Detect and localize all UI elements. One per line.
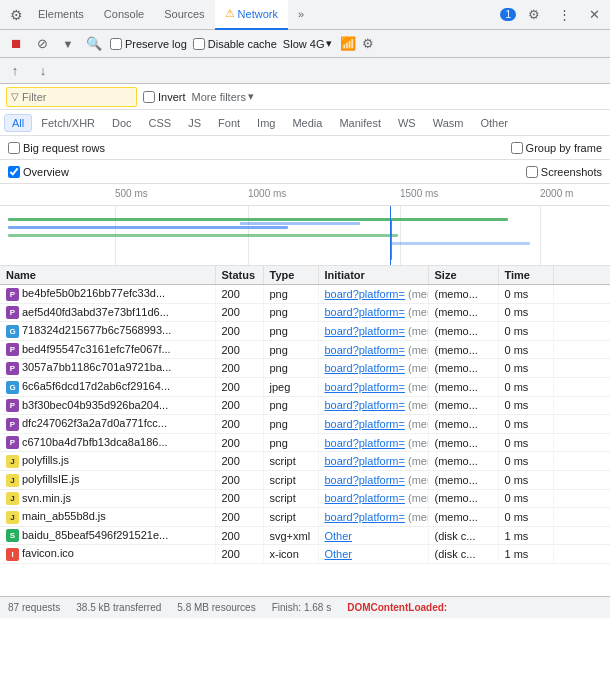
tab-network[interactable]: ⚠ Network [215,0,288,30]
initiator-link[interactable]: board?platform= [325,474,405,486]
table-row[interactable]: G6c6a5f6dcd17d2ab6cf29164... 200 jpeg bo… [0,377,610,396]
col-header-type[interactable]: Type [263,266,318,285]
file-type-icon: P [6,436,19,449]
initiator-link[interactable]: board?platform= [325,437,405,449]
overview-checkbox[interactable] [8,166,20,178]
filter-img[interactable]: Img [249,114,283,132]
filter-input[interactable] [22,91,132,103]
network-settings-icon[interactable]: ⚙ [362,36,374,51]
table-row[interactable]: Pb3f30bec04b935d926ba204... 200 png boar… [0,396,610,415]
table-row[interactable]: Ifavicon.ico 200 x-icon Other (disk c...… [0,545,610,564]
table-row[interactable]: Pdfc247062f3a2a7d0a771fcc... 200 png boa… [0,415,610,434]
cell-status: 200 [215,377,263,396]
cell-initiator: board?platform= (memo... [318,433,428,452]
search-button[interactable]: 🔍 [84,34,104,54]
group-by-frame-label[interactable]: Group by frame [511,142,602,154]
upload-button[interactable]: ↑ [6,62,24,80]
col-header-status[interactable]: Status [215,266,263,285]
initiator-link[interactable]: board?platform= [325,455,405,467]
table-row[interactable]: Jpolyfills.js 200 script board?platform=… [0,452,610,471]
group-by-frame-checkbox[interactable] [511,142,523,154]
throttle-select[interactable]: Slow 4G ▾ [283,37,333,50]
initiator-link[interactable]: board?platform= [325,288,405,300]
filter-wasm[interactable]: Wasm [425,114,472,132]
tab-console[interactable]: Console [94,0,154,30]
more-filters-button[interactable]: More filters ▾ [192,90,254,103]
initiator-link[interactable]: board?platform= [325,344,405,356]
cell-initiator: board?platform= (memo... [318,489,428,508]
screenshots-checkbox[interactable] [526,166,538,178]
initiator-link[interactable]: board?platform= [325,418,405,430]
tab-elements[interactable]: Elements [28,0,94,30]
cell-status: 200 [215,508,263,527]
initiator-link[interactable]: board?platform= [325,362,405,374]
initiator-link[interactable]: board?platform= [325,492,405,504]
table-row[interactable]: Jmain_ab55b8d.js 200 script board?platfo… [0,508,610,527]
filter-fetch-xhr[interactable]: Fetch/XHR [33,114,103,132]
cell-waterfall [553,396,610,415]
initiator-link[interactable]: board?platform= [325,511,405,523]
table-row[interactable]: Paef5d40fd3abd37e73bf11d6... 200 png boa… [0,303,610,322]
initiator-link[interactable]: board?platform= [325,381,405,393]
table-row[interactable]: Pbe4bfe5b0b216bb77efc33d... 200 png boar… [0,285,610,304]
table-row[interactable]: Sbaidu_85beaf5496f291521e... 200 svg+xml… [0,526,610,545]
file-type-icon: G [6,381,19,394]
cell-type: png [263,359,318,378]
disable-cache-label[interactable]: Disable cache [193,38,277,50]
cell-waterfall [553,452,610,471]
col-header-size[interactable]: Size [428,266,498,285]
preserve-log-checkbox[interactable] [110,38,122,50]
col-header-initiator[interactable]: Initiator [318,266,428,285]
dom-content-loaded: DOMContentLoaded: [347,602,447,613]
cell-waterfall [553,526,610,545]
initiator-link[interactable]: Other [325,548,353,560]
invert-label[interactable]: Invert [143,91,186,103]
record-button[interactable]: ⏹ [6,34,26,54]
tab-more[interactable]: » [288,0,314,30]
screenshots-label[interactable]: Screenshots [526,166,602,178]
filter-manifest[interactable]: Manifest [331,114,389,132]
file-type-icon: P [6,418,19,431]
cell-size: (memo... [428,433,498,452]
close-devtools-icon[interactable]: ✕ [582,3,606,27]
table-row[interactable]: G718324d215677b6c7568993... 200 png boar… [0,322,610,341]
preserve-log-label[interactable]: Preserve log [110,38,187,50]
table-row[interactable]: JpolyfillsIE.js 200 script board?platfor… [0,470,610,489]
table-row[interactable]: Pc6710ba4d7bfb13dca8a186... 200 png boar… [0,433,610,452]
big-rows-label[interactable]: Big request rows [8,142,105,154]
download-button[interactable]: ↓ [34,62,52,80]
initiator-link[interactable]: board?platform= [325,306,405,318]
devtools-icon[interactable]: ⚙ [4,3,28,27]
settings-icon[interactable]: ⚙ [522,3,546,27]
col-header-waterfall[interactable] [553,266,610,285]
invert-checkbox[interactable] [143,91,155,103]
initiator-link[interactable]: board?platform= [325,325,405,337]
cell-name: JpolyfillsIE.js [0,470,215,489]
file-type-icon: P [6,362,19,375]
filter-css[interactable]: CSS [141,114,180,132]
requests-table-container[interactable]: Name Status Type Initiator Size Time Pbe… [0,266,610,596]
filter-font[interactable]: Font [210,114,248,132]
filter-all[interactable]: All [4,114,32,132]
tab-bar-left: ⚙ Elements Console Sources ⚠ Network » [4,0,314,30]
table-row[interactable]: P3057a7bb1186c701a9721ba... 200 png boar… [0,359,610,378]
big-rows-checkbox[interactable] [8,142,20,154]
filter-doc[interactable]: Doc [104,114,140,132]
table-row[interactable]: Pbed4f95547c3161efc7fe067f... 200 png bo… [0,340,610,359]
filter-other[interactable]: Other [472,114,516,132]
disable-cache-checkbox[interactable] [193,38,205,50]
initiator-link[interactable]: board?platform= [325,399,405,411]
filter-js[interactable]: JS [180,114,209,132]
filter-media[interactable]: Media [284,114,330,132]
table-row[interactable]: Jsvn.min.js 200 script board?platform= (… [0,489,610,508]
overview-label[interactable]: Overview [8,166,69,178]
tab-sources[interactable]: Sources [154,0,214,30]
more-options-icon[interactable]: ⋮ [552,3,576,27]
filter-ws[interactable]: WS [390,114,424,132]
col-header-name[interactable]: Name [0,266,215,285]
cell-status: 200 [215,359,263,378]
filter-toggle-button[interactable]: ▼ [58,34,78,54]
col-header-time[interactable]: Time [498,266,553,285]
initiator-link[interactable]: Other [325,530,353,542]
clear-button[interactable]: ⊘ [32,34,52,54]
